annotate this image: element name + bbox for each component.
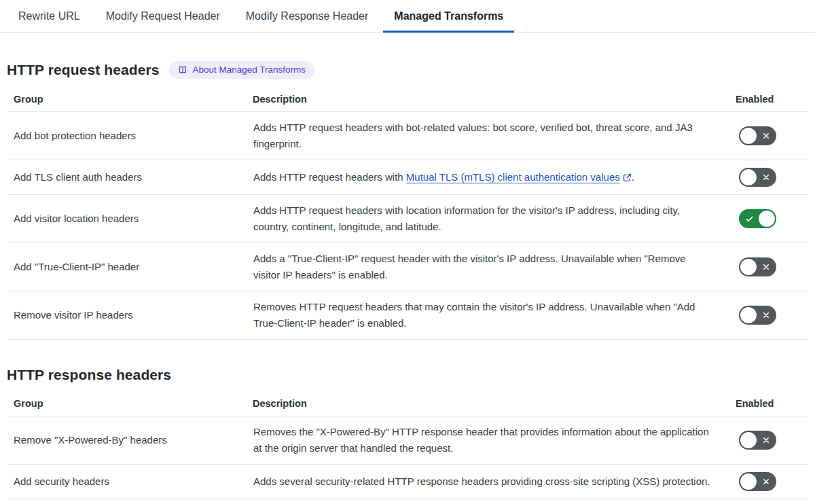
external-link-icon: [620, 171, 632, 183]
description-cell: Removes HTTP request headers that may co…: [253, 291, 736, 340]
toggle-remove-visitor-ip-headers[interactable]: [739, 306, 776, 325]
table-row: Add visitor location headersAdds HTTP re…: [7, 195, 808, 243]
http-request-headers-section: HTTP request headers About Managed Trans…: [7, 61, 808, 340]
badge-label: About Managed Transforms: [193, 65, 306, 75]
enabled-cell: [736, 465, 808, 499]
column-header-description: Description: [253, 86, 736, 112]
x-icon: [757, 173, 775, 181]
x-icon: [757, 311, 775, 319]
group-cell: Add security headers: [7, 465, 253, 499]
group-cell: Remove visitor IP headers: [7, 291, 253, 340]
description-cell: Adds HTTP request headers with bot-relat…: [253, 112, 736, 160]
description-cell: Removes the "X-Powered-By" HTTP response…: [253, 416, 736, 465]
description-cell: Adds several security-related HTTP respo…: [253, 465, 736, 499]
tab-managed-transforms[interactable]: Managed Transforms: [383, 0, 514, 32]
check-icon: [740, 215, 759, 223]
toggle-knob: [740, 169, 757, 185]
table-row: Add security headersAdds several securit…: [7, 465, 808, 499]
http-response-headers-section: HTTP response headers Group Description …: [7, 367, 808, 499]
mtls-documentation-link[interactable]: Mutual TLS (mTLS) client authentication …: [406, 171, 632, 183]
column-header-enabled: Enabled: [736, 86, 808, 112]
column-header-enabled: Enabled: [736, 390, 808, 416]
tab-bar: Rewrite URLModify Request HeaderModify R…: [0, 0, 815, 33]
toggle-knob: [740, 432, 757, 448]
toggle-knob: [740, 307, 757, 323]
table-row: Add "True-Client-IP" headerAdds a "True-…: [7, 243, 808, 291]
toggle-add-true-client-ip-header[interactable]: [739, 257, 776, 276]
toggle-knob: [740, 259, 757, 275]
toggle-knob: [759, 211, 775, 227]
group-cell: Add visitor location headers: [7, 195, 253, 243]
response-section-head: HTTP response headers: [7, 367, 808, 383]
group-cell: Add TLS client auth headers: [7, 160, 253, 195]
table-row: Add bot protection headersAdds HTTP requ…: [7, 112, 808, 160]
toggle-add-security-headers[interactable]: [739, 472, 776, 491]
request-section-head: HTTP request headers About Managed Trans…: [7, 61, 808, 79]
column-header-group: Group: [7, 86, 253, 112]
about-managed-transforms-badge[interactable]: About Managed Transforms: [169, 61, 315, 79]
request-headers-table: Group Description Enabled Add bot protec…: [7, 86, 808, 340]
x-icon: [757, 263, 775, 271]
enabled-cell: [736, 416, 808, 465]
x-icon: [757, 478, 775, 486]
description-cell: Adds a "True-Client-IP" request header w…: [253, 243, 736, 291]
toggle-remove-x-powered-by-headers[interactable]: [739, 431, 776, 450]
enabled-cell: [736, 112, 808, 160]
x-icon: [757, 436, 775, 444]
enabled-cell: [736, 291, 808, 340]
managed-transforms-page: HTTP request headers About Managed Trans…: [0, 61, 815, 499]
table-header-row: Group Description Enabled: [7, 390, 808, 416]
tab-modify-response-header[interactable]: Modify Response Header: [235, 0, 380, 32]
group-cell: Add bot protection headers: [7, 112, 253, 160]
x-icon: [757, 132, 775, 140]
description-cell: Adds HTTP request headers with Mutual TL…: [253, 160, 736, 195]
tab-rewrite-url[interactable]: Rewrite URL: [7, 0, 91, 32]
tab-modify-request-header[interactable]: Modify Request Header: [95, 0, 231, 32]
toggle-add-bot-protection-headers[interactable]: [739, 126, 776, 145]
response-headers-table: Group Description Enabled Remove "X-Powe…: [7, 390, 808, 499]
toggle-add-visitor-location-headers[interactable]: [739, 209, 776, 228]
table-row: Add TLS client auth headersAdds HTTP req…: [7, 160, 808, 195]
description-cell: Adds HTTP request headers with location …: [253, 195, 736, 243]
group-cell: Remove "X-Powered-By" headers: [7, 416, 253, 465]
table-row: Remove visitor IP headersRemoves HTTP re…: [7, 291, 808, 340]
enabled-cell: [736, 195, 808, 243]
toggle-knob: [740, 473, 757, 490]
column-header-group: Group: [7, 390, 253, 416]
section-title-request: HTTP request headers: [7, 62, 160, 78]
column-header-description: Description: [253, 390, 736, 416]
table-header-row: Group Description Enabled: [7, 86, 808, 112]
open-book-icon: [178, 65, 187, 75]
table-row: Remove "X-Powered-By" headersRemoves the…: [7, 416, 808, 465]
enabled-cell: [736, 243, 808, 291]
section-title-response: HTTP response headers: [7, 367, 171, 383]
enabled-cell: [736, 160, 808, 195]
toggle-knob: [740, 128, 757, 144]
toggle-add-tls-client-auth-headers[interactable]: [739, 168, 776, 187]
group-cell: Add "True-Client-IP" header: [7, 243, 253, 291]
